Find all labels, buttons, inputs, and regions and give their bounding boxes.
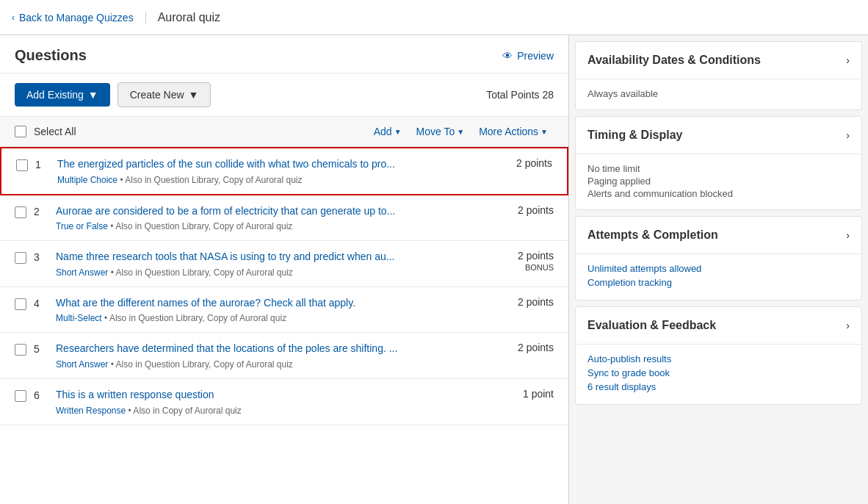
- create-new-button[interactable]: Create New ▼: [117, 82, 211, 107]
- question-points-2: 2 points: [518, 204, 554, 216]
- question-points-6: 1 point: [523, 388, 554, 400]
- toolbar-left: Add Existing ▼ Create New ▼: [15, 82, 211, 107]
- question-number-2: 2: [34, 206, 48, 217]
- questions-title: Questions: [15, 47, 87, 64]
- total-points: Total Points 28: [486, 89, 554, 101]
- questions-panel: Questions 👁 Preview Add Existing ▼ Creat…: [0, 35, 569, 504]
- question-text-3: Name three research tools that NASA is u…: [56, 250, 510, 264]
- sidebar-line-1-0: No time limit: [587, 163, 850, 174]
- move-to-button[interactable]: Move To ▼: [411, 123, 471, 140]
- question-meta-2: True or False • Also in Question Library…: [56, 221, 510, 231]
- add-existing-arrow: ▼: [88, 89, 98, 101]
- sidebar-section-header-timing[interactable]: Timing & Display ›: [576, 117, 861, 154]
- question-row[interactable]: 2 Aurorae are considered to be a form of…: [0, 195, 568, 242]
- question-checkbox-1[interactable]: [16, 159, 28, 171]
- select-all-left: Select All: [15, 126, 76, 137]
- question-text-6: This is a written response question: [56, 388, 516, 403]
- question-text-4: What are the different names of the auro…: [56, 296, 510, 311]
- question-text-5: Researchers have determined that the loc…: [56, 342, 510, 356]
- action-buttons: Add ▼ Move To ▼ More Actions ▼: [368, 123, 554, 140]
- question-meta-1: Multiple Choice • Also in Question Libra…: [57, 175, 509, 185]
- question-number-6: 6: [34, 389, 48, 401]
- question-row[interactable]: 3 Name three research tools that NASA is…: [0, 241, 568, 287]
- question-text-2: Aurorae are considered to be a form of e…: [56, 204, 510, 219]
- sidebar-section-content-availability: Always available: [576, 79, 861, 109]
- question-checkbox-2[interactable]: [15, 206, 26, 218]
- sidebar-line-3-1: Sync to grade book: [587, 367, 850, 378]
- questions-header: Questions 👁 Preview: [0, 35, 568, 73]
- question-content-2: Aurorae are considered to be a form of e…: [56, 204, 510, 232]
- more-actions-dropdown-icon: ▼: [540, 128, 548, 136]
- preview-icon: 👁: [502, 50, 513, 62]
- sidebar-section-header-attempts[interactable]: Attempts & Completion ›: [576, 217, 861, 254]
- more-actions-button[interactable]: More Actions ▼: [473, 123, 554, 140]
- sidebar-section-availability: Availability Dates & Conditions › Always…: [575, 41, 862, 110]
- move-to-dropdown-icon: ▼: [457, 128, 464, 136]
- more-actions-label: More Actions: [479, 126, 538, 137]
- question-row[interactable]: 1 The energized particles of the sun col…: [0, 147, 568, 195]
- question-number-5: 5: [34, 343, 48, 355]
- question-row[interactable]: 5 Researchers have determined that the l…: [0, 333, 568, 379]
- question-points-4: 2 points: [518, 296, 554, 308]
- add-existing-button[interactable]: Add Existing ▼: [15, 83, 110, 107]
- question-checkbox-4[interactable]: [15, 298, 26, 310]
- sidebar-chevron-icon-evaluation: ›: [846, 320, 850, 331]
- move-to-label: Move To: [416, 126, 455, 137]
- sidebar-section-header-evaluation[interactable]: Evaluation & Feedback ›: [576, 307, 861, 345]
- back-link[interactable]: ‹ Back to Manage Quizzes: [12, 12, 146, 24]
- main-layout: Questions 👁 Preview Add Existing ▼ Creat…: [0, 35, 868, 504]
- create-new-label: Create New: [130, 89, 184, 101]
- sidebar-section-evaluation: Evaluation & Feedback › Auto-publish res…: [575, 306, 862, 405]
- question-type-6: Written Response: [56, 406, 126, 416]
- preview-button[interactable]: 👁 Preview: [502, 50, 554, 62]
- question-type-1: Multiple Choice: [57, 175, 117, 185]
- question-content-3: Name three research tools that NASA is u…: [56, 250, 510, 278]
- sidebar-section-content-timing: No time limitPaging appliedAlerts and co…: [576, 154, 861, 209]
- question-checkbox-5[interactable]: [15, 344, 26, 356]
- sidebar-chevron-icon-timing: ›: [846, 129, 850, 141]
- question-row[interactable]: 4 What are the different names of the au…: [0, 287, 568, 334]
- question-type-5: Short Answer: [56, 359, 108, 370]
- sidebar-line-1-1: Paging applied: [587, 176, 850, 187]
- sidebar-section-header-availability[interactable]: Availability Dates & Conditions ›: [576, 42, 861, 79]
- sidebar-chevron-icon-attempts: ›: [846, 229, 850, 241]
- questions-list: 1 The energized particles of the sun col…: [0, 147, 568, 504]
- add-label: Add: [374, 126, 392, 137]
- question-checkbox-6[interactable]: [15, 390, 26, 402]
- sidebar-line-2-1: Completion tracking: [587, 277, 850, 288]
- question-points-1: 2 points: [516, 157, 552, 169]
- quiz-title: Auroral quiz: [158, 11, 220, 24]
- sidebar-line-2-0: Unlimited attempts allowed: [587, 263, 850, 274]
- sidebar: Availability Dates & Conditions › Always…: [569, 35, 868, 504]
- sidebar-section-title-timing: Timing & Display: [587, 129, 683, 142]
- sidebar-section-content-attempts: Unlimited attempts allowedCompletion tra…: [576, 254, 861, 300]
- add-button[interactable]: Add ▼: [368, 123, 408, 140]
- back-link-label: Back to Manage Quizzes: [19, 12, 134, 24]
- question-meta-3: Short Answer • Also in Question Library,…: [56, 267, 510, 278]
- question-meta-4: Multi-Select • Also in Question Library,…: [56, 313, 510, 323]
- top-nav: ‹ Back to Manage Quizzes Auroral quiz: [0, 0, 868, 35]
- select-all-checkbox[interactable]: [15, 126, 26, 137]
- select-all-label: Select All: [34, 126, 76, 137]
- sidebar-section-timing: Timing & Display › No time limitPaging a…: [575, 116, 862, 210]
- sidebar-line-0-0: Always available: [587, 88, 850, 99]
- question-meta-6: Written Response • Also in Copy of Auror…: [56, 406, 516, 416]
- question-row[interactable]: 6 This is a written response question Wr…: [0, 379, 568, 425]
- sidebar-section-title-attempts: Attempts & Completion: [587, 228, 718, 242]
- question-text-1: The energized particles of the sun colli…: [57, 157, 509, 172]
- question-content-4: What are the different names of the auro…: [56, 296, 510, 324]
- add-existing-label: Add Existing: [26, 89, 84, 101]
- sidebar-section-attempts: Attempts & Completion › Unlimited attemp…: [575, 216, 862, 300]
- question-type-2: True or False: [56, 221, 108, 231]
- question-content-5: Researchers have determined that the loc…: [56, 342, 510, 370]
- create-new-arrow: ▼: [189, 89, 199, 101]
- question-type-4: Multi-Select: [56, 313, 102, 323]
- back-chevron-icon: ‹: [12, 12, 15, 23]
- sidebar-line-3-0: Auto-publish results: [587, 353, 850, 364]
- toolbar: Add Existing ▼ Create New ▼ Total Points…: [0, 73, 568, 117]
- sidebar-section-title-availability: Availability Dates & Conditions: [587, 54, 761, 67]
- question-number-1: 1: [35, 159, 50, 170]
- question-points-5: 2 points: [518, 342, 554, 353]
- question-checkbox-3[interactable]: [15, 252, 26, 264]
- question-number-3: 3: [34, 251, 48, 263]
